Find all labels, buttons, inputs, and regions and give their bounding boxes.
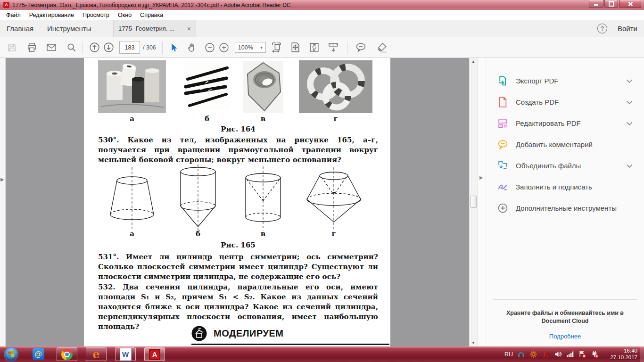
email-button[interactable] (44, 41, 58, 55)
menu-window[interactable]: Окно (114, 11, 136, 19)
zoom-level-value: 100% (238, 44, 253, 51)
save-button[interactable] (5, 41, 19, 55)
tools-pane-toggle-icon[interactable]: ▶ (479, 175, 483, 180)
problem-531: 531°. Имеет ли цилиндр центр симметрии; … (98, 252, 378, 282)
panel-item-more-tools[interactable]: Дополнительные инструменты (486, 197, 644, 219)
full-screen-button[interactable] (307, 41, 322, 55)
fig164-label-g: г (299, 115, 372, 123)
fig165-label-g: г (302, 230, 366, 238)
panel-item-label: Объединить файлы (516, 162, 581, 170)
vertical-scrollbar[interactable]: ▲ ▼ (469, 58, 477, 346)
sign-in-button[interactable]: Войти (618, 25, 637, 33)
problem-530: 530°. Какое из тел, изображенных на рису… (98, 135, 378, 165)
headphones-tray-icon[interactable] (517, 350, 525, 358)
print-icon (26, 42, 37, 53)
tab-tools[interactable]: Инструменты (47, 20, 91, 37)
language-indicator[interactable]: RU (504, 351, 513, 358)
start-button[interactable] (4, 347, 18, 362)
photo-drill-bits (184, 62, 230, 110)
panel-item-edit-pdf[interactable]: Редактировать PDF (486, 113, 644, 134)
panel-item-label: Дополнительные инструменты (516, 204, 617, 212)
fig165-cylinder-inner-cone (234, 166, 292, 230)
power-plug-tray-icon[interactable] (591, 350, 599, 358)
navigation-rail: ▶ (0, 58, 6, 346)
panel-item-create-pdf[interactable]: Создать PDF (486, 91, 644, 113)
promo-link[interactable]: Подробнее (486, 333, 644, 340)
menu-file[interactable]: Файл (2, 11, 25, 19)
zoom-in-button[interactable] (217, 41, 231, 55)
promo-title: Храните файлы и обменивайтесь ими в Docu… (496, 309, 634, 325)
taskbar-clock[interactable]: 16:40 27.10.2017 (610, 347, 637, 361)
network-tray-icon[interactable] (566, 350, 574, 358)
previous-page-button[interactable] (87, 41, 101, 55)
scroll-down-icon[interactable]: ▼ (470, 341, 477, 345)
minimize-button[interactable] (589, 0, 603, 8)
document-cloud-promo: Храните файлы и обменивайтесь ими в Docu… (486, 299, 644, 340)
more-tools-icon (497, 203, 508, 214)
zoom-in-icon (218, 42, 230, 53)
zoom-out-button[interactable] (203, 41, 217, 55)
scroll-up-icon[interactable]: ▲ (470, 59, 477, 64)
next-page-button[interactable] (101, 41, 116, 55)
settings-tray-icon[interactable] (529, 350, 537, 358)
comment-bubble-icon (355, 41, 367, 53)
comment-button[interactable] (354, 41, 368, 55)
add-comment-icon (497, 139, 508, 150)
tab-document[interactable]: 1775- Геометрия. ... × (113, 20, 196, 37)
panel-item-combine-files[interactable]: Объединить файлы (486, 155, 644, 176)
zoom-caret-icon: ▾ (260, 45, 263, 50)
hand-tool-button[interactable] (185, 41, 199, 55)
scrollbar-thumb[interactable] (471, 196, 477, 208)
panel-item-add-comment[interactable]: Добавить комментарий (486, 134, 644, 155)
minimize-icon (594, 4, 598, 6)
panel-item-export-pdf[interactable]: Экспорт PDF (486, 70, 644, 91)
pdf-page: а б в г Рис. 164 530°. Какое из тел, изо… (84, 58, 390, 346)
document-viewport: ▶ (0, 58, 644, 346)
menu-help[interactable]: Справка (136, 11, 167, 19)
taskbar-acrobat-button[interactable]: A (144, 347, 165, 361)
cursor-icon (169, 42, 179, 53)
nav-pane-toggle-icon[interactable]: ▶ (0, 177, 4, 182)
fig164-label-b: б (184, 115, 230, 123)
model-section: МОДЕЛИРУЕМ (191, 326, 283, 341)
print-button[interactable] (25, 41, 39, 55)
help-icon[interactable]: ? (597, 24, 607, 33)
volume-tray-icon[interactable] (554, 350, 562, 358)
taskbar-word-button[interactable]: W (115, 347, 136, 361)
page-down-icon (103, 41, 115, 53)
fit-width-button[interactable] (270, 41, 284, 55)
fig165-label-v: в (234, 230, 292, 238)
menu-view[interactable]: Просмотр (78, 11, 114, 19)
highlight-button[interactable] (375, 41, 389, 55)
close-button[interactable] (619, 0, 641, 8)
search-button[interactable] (64, 41, 78, 55)
taskbar-browser-button[interactable]: e (86, 347, 107, 361)
system-tray: RU K (504, 346, 599, 362)
tab-home[interactable]: Главная (7, 20, 33, 37)
fit-page-icon (289, 41, 301, 53)
taskbar-chrome-button[interactable] (57, 347, 77, 361)
main-toolbar: / 306 100% ▾ (0, 37, 644, 58)
action-center-flag-icon[interactable] (578, 350, 586, 358)
page-number-input[interactable] (119, 41, 140, 54)
fit-page-button[interactable] (289, 41, 303, 55)
create-pdf-icon (497, 97, 508, 107)
photo-rings (299, 60, 372, 113)
taskbar-mail-button[interactable]: @ (31, 348, 45, 361)
acrobat-window-icon[interactable]: A (3, 2, 9, 8)
menu-edit[interactable]: Редактирование (25, 11, 78, 19)
zoom-level-select[interactable]: 100% ▾ (235, 42, 266, 53)
section-heading: МОДЕЛИРУЕМ (214, 328, 283, 339)
kaspersky-tray-icon[interactable]: K (542, 350, 550, 358)
tab-close-icon[interactable]: × (187, 25, 191, 32)
toolbar-collapse-button[interactable] (326, 41, 340, 55)
select-tool-button[interactable] (167, 41, 181, 55)
title-bar: A 1775- Геометрия. 11кл._Ершова, Голобор… (0, 0, 644, 10)
restore-button[interactable] (604, 0, 618, 8)
chevron-down-icon (626, 100, 633, 105)
show-desktop-button[interactable] (640, 346, 644, 362)
panel-item-label: Редактировать PDF (516, 119, 581, 127)
combine-files-icon (497, 160, 508, 171)
tab-bar: Главная Инструменты 1775- Геометрия. ...… (0, 20, 644, 37)
panel-item-fill-sign[interactable]: Заполнить и подписать (486, 176, 644, 197)
